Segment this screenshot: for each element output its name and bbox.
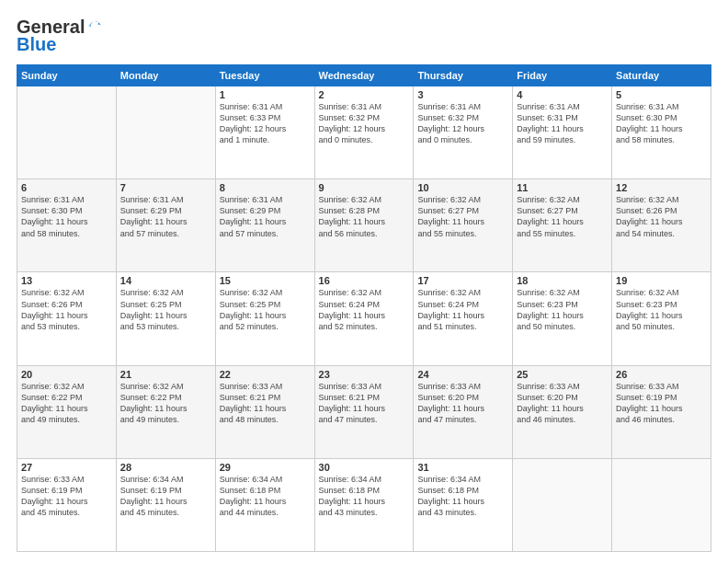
calendar-cell: 20Sunrise: 6:32 AM Sunset: 6:22 PM Dayli…	[17, 365, 117, 458]
day-number: 7	[120, 182, 211, 193]
day-number: 2	[319, 89, 410, 100]
calendar-cell: 28Sunrise: 6:34 AM Sunset: 6:19 PM Dayli…	[116, 458, 215, 551]
day-number: 20	[21, 369, 112, 380]
calendar-cell: 4Sunrise: 6:31 AM Sunset: 6:31 PM Daylig…	[513, 86, 612, 179]
day-number: 1	[220, 89, 311, 100]
weekday-header-saturday: Saturday	[612, 65, 711, 86]
day-info: Sunrise: 6:33 AM Sunset: 6:19 PM Dayligh…	[616, 381, 707, 426]
day-number: 22	[220, 369, 311, 380]
day-number: 30	[319, 462, 410, 473]
calendar-cell: 6Sunrise: 6:31 AM Sunset: 6:30 PM Daylig…	[17, 179, 117, 272]
calendar-week-row: 1Sunrise: 6:31 AM Sunset: 6:33 PM Daylig…	[17, 86, 711, 179]
calendar-cell: 27Sunrise: 6:33 AM Sunset: 6:19 PM Dayli…	[17, 458, 117, 551]
calendar-cell: 15Sunrise: 6:32 AM Sunset: 6:25 PM Dayli…	[215, 272, 314, 365]
day-number: 17	[417, 275, 508, 286]
day-number: 24	[417, 369, 508, 380]
calendar-cell: 26Sunrise: 6:33 AM Sunset: 6:19 PM Dayli…	[612, 365, 711, 458]
day-info: Sunrise: 6:33 AM Sunset: 6:21 PM Dayligh…	[220, 381, 311, 426]
calendar-cell: 10Sunrise: 6:32 AM Sunset: 6:27 PM Dayli…	[414, 179, 513, 272]
day-info: Sunrise: 6:32 AM Sunset: 6:23 PM Dayligh…	[616, 287, 707, 332]
day-number: 23	[319, 369, 410, 380]
day-info: Sunrise: 6:32 AM Sunset: 6:25 PM Dayligh…	[220, 287, 311, 332]
day-number: 18	[517, 275, 608, 286]
calendar-cell: 24Sunrise: 6:33 AM Sunset: 6:20 PM Dayli…	[414, 365, 513, 458]
day-info: Sunrise: 6:34 AM Sunset: 6:19 PM Dayligh…	[120, 474, 211, 519]
day-info: Sunrise: 6:32 AM Sunset: 6:26 PM Dayligh…	[21, 287, 112, 332]
day-info: Sunrise: 6:31 AM Sunset: 6:33 PM Dayligh…	[220, 101, 311, 146]
calendar-cell	[612, 458, 711, 551]
day-number: 29	[220, 462, 311, 473]
calendar-cell: 8Sunrise: 6:31 AM Sunset: 6:29 PM Daylig…	[215, 179, 314, 272]
day-info: Sunrise: 6:32 AM Sunset: 6:28 PM Dayligh…	[319, 194, 410, 239]
day-number: 8	[220, 182, 311, 193]
weekday-header-thursday: Thursday	[414, 65, 513, 86]
logo-blue: Blue	[17, 34, 56, 55]
calendar-cell: 30Sunrise: 6:34 AM Sunset: 6:18 PM Dayli…	[314, 458, 414, 551]
calendar-cell: 12Sunrise: 6:32 AM Sunset: 6:26 PM Dayli…	[612, 179, 711, 272]
calendar-cell: 29Sunrise: 6:34 AM Sunset: 6:18 PM Dayli…	[215, 458, 314, 551]
calendar-cell: 7Sunrise: 6:31 AM Sunset: 6:29 PM Daylig…	[116, 179, 215, 272]
day-info: Sunrise: 6:32 AM Sunset: 6:22 PM Dayligh…	[120, 381, 211, 426]
calendar-cell	[116, 86, 215, 179]
weekday-header-monday: Monday	[116, 65, 215, 86]
header: General Blue	[17, 17, 711, 55]
day-info: Sunrise: 6:34 AM Sunset: 6:18 PM Dayligh…	[319, 474, 410, 519]
calendar-cell: 11Sunrise: 6:32 AM Sunset: 6:27 PM Dayli…	[513, 179, 612, 272]
weekday-header-tuesday: Tuesday	[215, 65, 314, 86]
day-number: 10	[417, 182, 508, 193]
day-info: Sunrise: 6:33 AM Sunset: 6:20 PM Dayligh…	[517, 381, 608, 426]
calendar-cell: 1Sunrise: 6:31 AM Sunset: 6:33 PM Daylig…	[215, 86, 314, 179]
calendar-week-row: 27Sunrise: 6:33 AM Sunset: 6:19 PM Dayli…	[17, 458, 711, 551]
day-number: 5	[616, 89, 707, 100]
calendar-cell: 25Sunrise: 6:33 AM Sunset: 6:20 PM Dayli…	[513, 365, 612, 458]
day-info: Sunrise: 6:32 AM Sunset: 6:24 PM Dayligh…	[417, 287, 508, 332]
calendar-week-row: 6Sunrise: 6:31 AM Sunset: 6:30 PM Daylig…	[17, 179, 711, 272]
day-info: Sunrise: 6:31 AM Sunset: 6:30 PM Dayligh…	[21, 194, 112, 239]
calendar-cell: 5Sunrise: 6:31 AM Sunset: 6:30 PM Daylig…	[612, 86, 711, 179]
calendar-cell: 9Sunrise: 6:32 AM Sunset: 6:28 PM Daylig…	[314, 179, 414, 272]
day-number: 16	[319, 275, 410, 286]
day-info: Sunrise: 6:34 AM Sunset: 6:18 PM Dayligh…	[220, 474, 311, 519]
logo-bird-icon	[86, 19, 103, 36]
day-info: Sunrise: 6:34 AM Sunset: 6:18 PM Dayligh…	[417, 474, 508, 519]
calendar-cell: 18Sunrise: 6:32 AM Sunset: 6:23 PM Dayli…	[513, 272, 612, 365]
day-info: Sunrise: 6:32 AM Sunset: 6:26 PM Dayligh…	[616, 194, 707, 239]
weekday-header-friday: Friday	[513, 65, 612, 86]
day-number: 28	[120, 462, 211, 473]
calendar-cell: 21Sunrise: 6:32 AM Sunset: 6:22 PM Dayli…	[116, 365, 215, 458]
calendar-cell	[17, 86, 117, 179]
day-number: 31	[417, 462, 508, 473]
day-number: 26	[616, 369, 707, 380]
day-info: Sunrise: 6:32 AM Sunset: 6:25 PM Dayligh…	[120, 287, 211, 332]
day-info: Sunrise: 6:32 AM Sunset: 6:24 PM Dayligh…	[319, 287, 410, 332]
day-info: Sunrise: 6:31 AM Sunset: 6:29 PM Dayligh…	[220, 194, 311, 239]
calendar-cell: 22Sunrise: 6:33 AM Sunset: 6:21 PM Dayli…	[215, 365, 314, 458]
day-info: Sunrise: 6:33 AM Sunset: 6:19 PM Dayligh…	[21, 474, 112, 519]
day-info: Sunrise: 6:31 AM Sunset: 6:32 PM Dayligh…	[319, 101, 410, 146]
day-number: 13	[21, 275, 112, 286]
calendar-cell: 3Sunrise: 6:31 AM Sunset: 6:32 PM Daylig…	[414, 86, 513, 179]
logo: General Blue	[17, 17, 103, 55]
calendar-week-row: 20Sunrise: 6:32 AM Sunset: 6:22 PM Dayli…	[17, 365, 711, 458]
weekday-header-wednesday: Wednesday	[314, 65, 414, 86]
day-number: 27	[21, 462, 112, 473]
day-info: Sunrise: 6:32 AM Sunset: 6:22 PM Dayligh…	[21, 381, 112, 426]
day-info: Sunrise: 6:31 AM Sunset: 6:30 PM Dayligh…	[616, 101, 707, 146]
day-number: 11	[517, 182, 608, 193]
day-info: Sunrise: 6:33 AM Sunset: 6:21 PM Dayligh…	[319, 381, 410, 426]
day-number: 14	[120, 275, 211, 286]
calendar-cell: 16Sunrise: 6:32 AM Sunset: 6:24 PM Dayli…	[314, 272, 414, 365]
day-number: 9	[319, 182, 410, 193]
day-info: Sunrise: 6:32 AM Sunset: 6:23 PM Dayligh…	[517, 287, 608, 332]
weekday-header-row: SundayMondayTuesdayWednesdayThursdayFrid…	[17, 65, 711, 86]
calendar-table: SundayMondayTuesdayWednesdayThursdayFrid…	[17, 64, 711, 552]
day-info: Sunrise: 6:32 AM Sunset: 6:27 PM Dayligh…	[517, 194, 608, 239]
page: General Blue SundayMondayTuesdayWednesda…	[0, 0, 728, 563]
weekday-header-sunday: Sunday	[17, 65, 117, 86]
day-number: 3	[417, 89, 508, 100]
calendar-cell: 13Sunrise: 6:32 AM Sunset: 6:26 PM Dayli…	[17, 272, 117, 365]
day-number: 4	[517, 89, 608, 100]
day-number: 19	[616, 275, 707, 286]
day-info: Sunrise: 6:31 AM Sunset: 6:31 PM Dayligh…	[517, 101, 608, 146]
day-info: Sunrise: 6:31 AM Sunset: 6:32 PM Dayligh…	[417, 101, 508, 146]
